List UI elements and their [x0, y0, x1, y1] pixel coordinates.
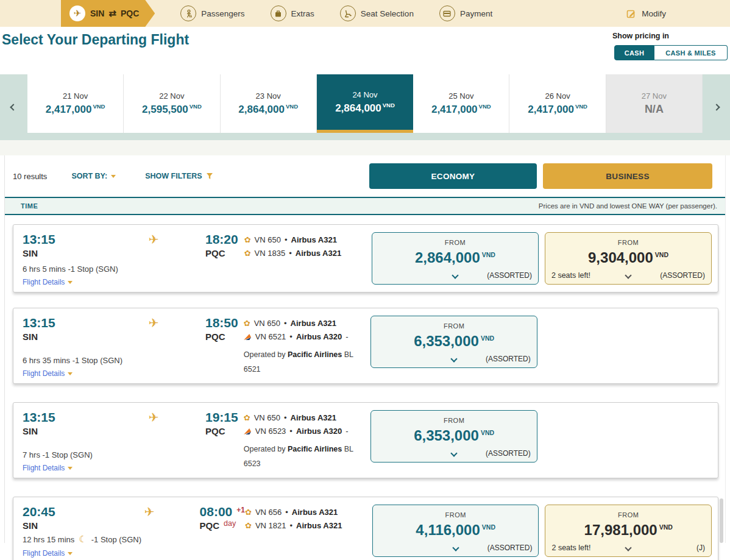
date-label: 21 Nov: [63, 91, 88, 101]
economy-price: 6,353,000VND: [371, 424, 536, 444]
price-note: Prices are in VND and lowest ONE WAY (pe…: [539, 202, 717, 210]
expand-chevron-icon[interactable]: [450, 450, 457, 456]
expand-chevron-icon[interactable]: [450, 355, 457, 362]
segments-block: VN 650•Airbus A321 VN 1835•Airbus A321: [244, 232, 372, 292]
fare-type: (ASSORTED): [660, 271, 705, 280]
segments-block: VN 656•Airbus A321 VN 1821•Airbus A321: [245, 505, 372, 560]
swap-icon: ⇄: [108, 8, 116, 19]
passengers-icon: [180, 5, 196, 21]
carousel-next-button[interactable]: [703, 74, 730, 140]
departure-time: 13:15: [23, 232, 114, 247]
arrival-time: 18:50: [205, 316, 238, 330]
expand-chevron-icon[interactable]: [625, 544, 632, 551]
flight-details-link[interactable]: Flight Details: [23, 549, 245, 558]
chevron-down-icon: [68, 281, 73, 284]
plane-icon: [69, 5, 85, 21]
date-card-22nov[interactable]: 22 Nov 2,595,500VND: [124, 74, 220, 133]
arrival-time: 18:20: [205, 232, 238, 247]
from-label: FROM: [371, 417, 536, 424]
flight-details-link[interactable]: Flight Details: [23, 464, 244, 472]
departure-block: 20:45 SIN: [23, 505, 111, 532]
date-label: 24 Nov: [352, 90, 377, 99]
flight-row-1: 13:15 SIN 18:20 PQC 6 hrs 5 mins -1 Stop…: [13, 224, 718, 292]
date-price: 2,417,000VND: [528, 103, 587, 116]
cash-toggle-button[interactable]: CASH: [614, 45, 654, 60]
cash-miles-toggle-button[interactable]: CASH & MILES: [654, 45, 728, 60]
fare-type: (J): [696, 544, 705, 552]
date-label: 27 Nov: [642, 91, 667, 101]
date-card-26nov[interactable]: 26 Nov 2,417,000VND: [509, 74, 606, 133]
date-card-27nov-unavailable: 27 Nov N/A: [606, 74, 703, 133]
segment: VN 6521•Airbus A320-: [244, 330, 371, 344]
modify-button[interactable]: Modify: [626, 8, 666, 19]
expand-chevron-icon[interactable]: [452, 544, 459, 551]
tab-time[interactable]: TIME: [21, 202, 38, 210]
flight-details-link[interactable]: Flight Details: [23, 278, 244, 286]
step-seat-selection[interactable]: Seat Selection: [340, 5, 414, 21]
date-card-24nov-selected[interactable]: 24 Nov 2,864,000VND: [317, 74, 413, 133]
route-label: SIN ⇄ PQC: [90, 8, 139, 19]
departure-airport: SIN: [23, 519, 111, 532]
step-payment[interactable]: Payment: [439, 5, 492, 21]
next-day-label: day: [224, 519, 236, 528]
date-price: 2,864,000VND: [335, 102, 395, 115]
step-passengers[interactable]: Passengers: [180, 5, 244, 21]
spacer: [0, 140, 730, 155]
pacific-airlines-logo-icon: [244, 428, 252, 435]
flight-details-label: Flight Details: [23, 464, 65, 472]
economy-fare-card[interactable]: FROM 4,116,000VND (ASSORTED): [372, 505, 539, 557]
sort-tabs-bar: TIME Prices are in VND and lowest ONE WA…: [5, 197, 725, 215]
step-extras[interactable]: Extras: [271, 5, 314, 21]
segment: VN 1821•Airbus A321: [245, 519, 372, 533]
sort-by-dropdown[interactable]: SORT BY:: [71, 172, 116, 180]
economy-fare-card[interactable]: FROM 6,353,000VND (ASSORTED): [370, 410, 537, 463]
show-filters-button[interactable]: SHOW FILTERS: [145, 172, 213, 180]
vietnam-airlines-logo-icon: [245, 506, 252, 519]
business-fare-card[interactable]: FROM 17,981,000VND 2 seats left! (J): [545, 505, 712, 557]
flight-results-list: 13:15 SIN 18:20 PQC 6 hrs 5 mins -1 Stop…: [5, 215, 725, 560]
date-strip: 21 Nov 2,417,000VND 22 Nov 2,595,500VND …: [27, 74, 703, 140]
date-card-25nov[interactable]: 25 Nov 2,417,000VND: [413, 74, 509, 133]
flight-details-link[interactable]: Flight Details: [23, 369, 244, 378]
date-price: 2,595,500VND: [142, 103, 202, 116]
arrival-time: 08:00: [200, 505, 233, 519]
next-day-plus: +1: [236, 506, 245, 514]
carousel-prev-button[interactable]: [0, 74, 27, 140]
step-flight-route[interactable]: SIN ⇄ PQC: [61, 0, 155, 27]
economy-fare-card[interactable]: FROM 2,864,000VND (ASSORTED): [372, 232, 539, 285]
economy-fare-card[interactable]: FROM 6,353,000VND (ASSORTED): [370, 316, 537, 368]
flight-row-3: 13:15 SIN 19:15 PQC 7 hrs -1 Stop (SGN) …: [13, 402, 718, 478]
economy-tab-button[interactable]: ECONOMY: [369, 163, 537, 189]
vietnam-airlines-logo-icon: [244, 233, 251, 247]
expand-chevron-icon[interactable]: [625, 272, 631, 278]
date-card-23nov[interactable]: 23 Nov 2,864,000VND: [221, 74, 317, 133]
business-fare-card[interactable]: FROM 9,304,000VND 2 seats left! (ASSORTE…: [545, 232, 712, 285]
plane-icon: [111, 505, 188, 532]
booking-stepper: SIN ⇄ PQC Passengers Extras Seat Selecti…: [0, 0, 730, 27]
chevron-down-icon: [68, 372, 73, 375]
fare-type: (ASSORTED): [486, 449, 531, 458]
modify-label: Modify: [642, 9, 666, 18]
from-label: FROM: [372, 239, 538, 246]
segment: VN 650•Airbus A321: [244, 317, 371, 330]
date-card-21nov[interactable]: 21 Nov 2,417,000VND: [27, 74, 124, 133]
business-tab-button[interactable]: BUSINESS: [543, 163, 712, 189]
from-label: FROM: [373, 511, 539, 519]
fare-type: (ASSORTED): [487, 544, 533, 552]
arrival-time: 19:15: [205, 410, 238, 425]
departure-airport: SIN: [23, 247, 114, 260]
payment-card-icon: [439, 5, 455, 21]
from-label: FROM: [545, 511, 711, 519]
date-carousel: 21 Nov 2,417,000VND 22 Nov 2,595,500VND …: [0, 74, 730, 140]
extras-icon: [271, 5, 286, 21]
date-price: 2,864,000VND: [238, 103, 298, 116]
scrollbar-thumb[interactable]: [720, 498, 723, 543]
segment: VN 650•Airbus A321: [244, 411, 371, 425]
expand-chevron-icon[interactable]: [452, 272, 458, 278]
operated-by-note: Operated by Pacific Airlines BL 6521: [244, 347, 353, 377]
flight-details-label: Flight Details: [23, 278, 65, 286]
vietnam-airlines-logo-icon: [244, 247, 251, 260]
arrival-block: 18:50 PQC: [193, 316, 238, 343]
vietnam-airlines-logo-icon: [244, 317, 250, 330]
segments-block: VN 650•Airbus A321 VN 6521•Airbus A320- …: [244, 316, 371, 383]
